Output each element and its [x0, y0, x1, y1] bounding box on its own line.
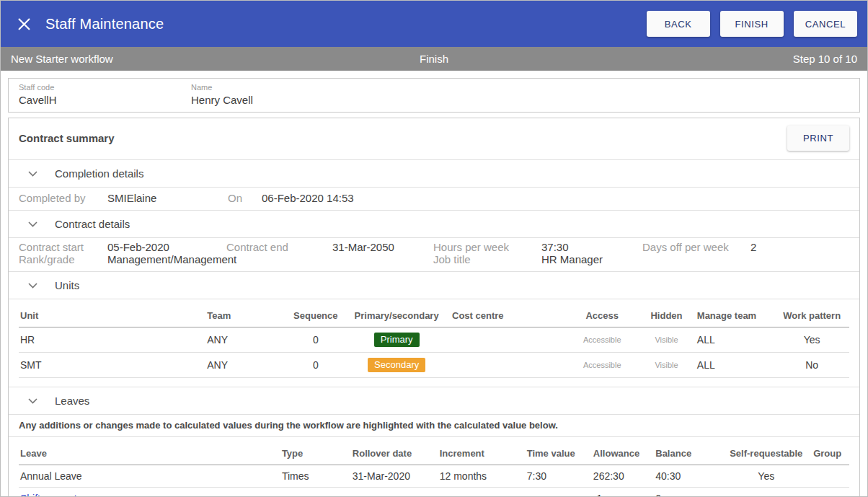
units-col-primary-secondary: Primary/secondary — [342, 304, 451, 327]
units-col-cost-centre: Cost centre — [451, 304, 567, 327]
days-off-per-week-value: 2 — [750, 241, 849, 253]
cancel-button[interactable]: CANCEL — [794, 11, 857, 37]
contract-details-content: Contract start 05-Feb-2020 Contract end … — [9, 238, 859, 271]
chevron-down-icon — [28, 283, 38, 289]
leaves-col-self-requestable: Self-requestable — [720, 441, 812, 465]
time-value-cell — [526, 488, 592, 497]
balance-cell: 0 — [654, 488, 720, 497]
shift-requests-link[interactable]: Shift requests — [20, 493, 82, 497]
units-col-team: Team — [205, 304, 288, 327]
completed-on-value: 06-Feb-2020 14:53 — [262, 191, 849, 206]
unit-cell: SMT — [19, 353, 205, 378]
units-col-sequence: Sequence — [288, 304, 342, 327]
days-off-per-week-label: Days off per week — [642, 241, 750, 253]
leaves-toggle[interactable]: Leaves — [9, 387, 859, 415]
leaves-col-type: Type — [280, 441, 351, 465]
units-title: Units — [55, 279, 79, 291]
table-row: SMT ANY 0 Secondary Accessible Visible A… — [19, 353, 849, 378]
increment-cell — [438, 488, 526, 497]
leaves-col-time-value: Time value — [526, 441, 592, 465]
print-button[interactable]: PRINT — [787, 126, 849, 151]
staff-code-label: Staff code — [19, 82, 191, 93]
units-toggle[interactable]: Units — [9, 272, 859, 299]
staff-name-label: Name — [191, 82, 253, 93]
leaves-col-leave: Leave — [19, 441, 280, 465]
type-cell — [280, 488, 351, 497]
leaves-col-increment: Increment — [438, 441, 526, 465]
back-button[interactable]: BACK — [647, 11, 710, 37]
team-cell: ANY — [205, 327, 288, 353]
completed-by-label: Completed by — [19, 191, 107, 206]
completion-details-toggle[interactable]: Completion details — [9, 160, 859, 188]
contract-end-value: 31-Mar-2050 — [332, 241, 433, 253]
job-title-label: Job title — [433, 253, 541, 265]
contract-details-toggle[interactable]: Contract details — [9, 211, 859, 238]
leaves-col-balance: Balance — [654, 441, 720, 465]
contract-start-value: 05-Feb-2020 — [107, 241, 226, 253]
table-row: Annual Leave Times 31-Mar-2020 12 months… — [19, 465, 849, 488]
work-pattern-cell: Yes — [774, 327, 849, 353]
workflow-bar: New Starter workflow Finish Step 10 of 1… — [1, 47, 867, 71]
cost-centre-cell — [451, 327, 567, 353]
close-button[interactable] — [11, 11, 37, 37]
contract-details-section: Contract details Contract start 05-Feb-2… — [9, 210, 859, 271]
completion-details-title: Completion details — [55, 167, 143, 180]
sequence-cell: 0 — [288, 327, 342, 353]
leaves-title: Leaves — [55, 395, 89, 407]
access-cell: Accessible — [567, 353, 637, 378]
contract-details-title: Contract details — [55, 218, 130, 230]
team-cell: ANY — [205, 353, 288, 378]
leave-cell: Shift requests — [19, 488, 280, 497]
units-col-manage-team: Manage team — [696, 304, 774, 327]
units-section: Units Unit Team Sequence Primary/seconda… — [9, 271, 859, 387]
contract-summary-header: Contract summary PRINT — [9, 118, 859, 159]
manage-team-cell: ALL — [696, 327, 774, 353]
leaves-note: Any additions or changes made to calcula… — [9, 415, 859, 437]
page-title: Staff Maintenance — [45, 16, 647, 32]
finish-button[interactable]: FINISH — [720, 11, 784, 37]
contract-summary-panel: Contract summary PRINT Completion detail… — [8, 118, 860, 497]
hidden-cell: Visible — [637, 353, 696, 378]
job-title-value: HR Manager — [541, 253, 849, 265]
self-requestable-cell — [720, 488, 812, 497]
header-actions: BACK FINISH CANCEL — [647, 11, 857, 37]
units-table: Unit Team Sequence Primary/secondary Cos… — [19, 304, 849, 378]
unit-cell: HR — [19, 327, 205, 353]
sequence-cell: 0 — [288, 353, 342, 378]
access-cell: Accessible — [567, 327, 637, 353]
chevron-down-icon — [28, 171, 38, 177]
type-cell: Times — [280, 465, 351, 488]
units-col-hidden: Hidden — [637, 304, 696, 327]
chevron-down-icon — [28, 221, 38, 227]
time-value-cell: 7:30 — [526, 465, 592, 488]
app-header: Staff Maintenance BACK FINISH CANCEL — [1, 1, 867, 47]
leaves-table: Leave Type Rollover date Increment Time … — [19, 441, 849, 497]
staff-code-value: CavellH — [19, 93, 191, 107]
table-row: HR ANY 0 Primary Accessible Visible ALL … — [19, 327, 849, 353]
completion-details-section: Completion details Completed by SMIElain… — [9, 159, 859, 210]
workflow-name: New Starter workflow — [11, 53, 293, 65]
leaves-header-row: Leave Type Rollover date Increment Time … — [19, 441, 849, 465]
cost-centre-cell — [451, 353, 567, 378]
group-cell — [812, 488, 849, 497]
staff-name-field: Name Henry Cavell — [191, 82, 253, 107]
group-cell — [812, 465, 849, 488]
secondary-badge: Secondary — [368, 358, 425, 372]
contract-start-label: Contract start — [19, 241, 107, 253]
rollover-date-cell — [351, 488, 438, 497]
table-row: Shift requests -1 0 — [19, 488, 849, 497]
balance-cell: 40:30 — [654, 465, 720, 488]
staff-identity-panel: Staff code CavellH Name Henry Cavell — [8, 78, 860, 113]
leaves-col-allowance: Allowance — [592, 441, 654, 465]
workflow-step-name: Finish — [293, 53, 575, 65]
contract-end-label: Contract end — [226, 241, 332, 253]
primary-secondary-cell: Secondary — [342, 353, 451, 378]
page: Staff Maintenance BACK FINISH CANCEL New… — [0, 0, 868, 497]
chevron-down-icon — [28, 398, 38, 404]
allowance-cell: -1 — [592, 488, 654, 497]
self-requestable-cell: Yes — [720, 465, 812, 488]
primary-badge: Primary — [374, 333, 420, 347]
rollover-date-cell: 31-Mar-2020 — [351, 465, 438, 488]
workflow-step-counter: Step 10 of 10 — [575, 53, 857, 65]
work-pattern-cell: No — [774, 353, 849, 378]
